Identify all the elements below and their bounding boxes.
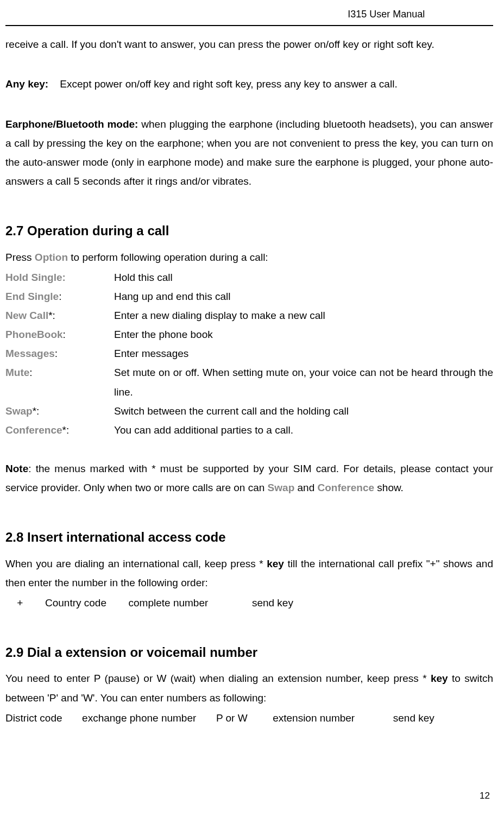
paragraph-earphone-mode: Earphone/Bluetooth mode: when plugging t…: [5, 115, 493, 191]
messages-colon: :: [55, 348, 58, 359]
seq-plus: +: [17, 597, 23, 609]
option-conference: Conference*: You can add additional part…: [5, 421, 493, 440]
conf-star: *:: [62, 424, 70, 436]
paragraph-any-key: Any key: Except power on/off key and rig…: [5, 74, 493, 93]
sec29-pre: You need to enter P (pause) or W (wait) …: [5, 673, 431, 684]
option-mute: Mute: Set mute on or off. When setting m…: [5, 363, 493, 401]
newcall-star: *:: [48, 310, 55, 321]
note-text-2: show.: [374, 482, 404, 493]
messages-desc: Enter messages: [114, 344, 493, 363]
section-2-8-heading: 2.8 Insert international access code: [5, 525, 493, 549]
seq2-district-code: District code: [5, 712, 62, 724]
note-and: and: [294, 482, 317, 493]
seq2-extension-number: extension number: [273, 712, 355, 724]
sec28-key-bold: key: [267, 558, 284, 569]
section-2-7-heading: 2.7 Operation during a call: [5, 219, 493, 243]
note-swap-keyword: Swap: [268, 482, 295, 493]
option-new-call: New Call*: Enter a new dialing display t…: [5, 306, 493, 325]
conf-label: Conference: [5, 424, 62, 436]
phonebook-desc: Enter the phone book: [114, 325, 493, 344]
sec29-key-bold: key: [431, 673, 448, 684]
end-label: End Single: [5, 291, 59, 302]
end-colon: :: [59, 291, 61, 302]
note-label: Note: [5, 463, 28, 474]
swap-label: Swap: [5, 405, 33, 417]
paragraph-receive-call: receive a call. If you don't want to ans…: [5, 35, 493, 54]
swap-desc: Switch between the current call and the …: [114, 402, 493, 421]
section-2-8-sequence: + Country code complete number send key: [5, 593, 493, 612]
note-conference-keyword: Conference: [318, 482, 375, 493]
section-2-9-paragraph: You need to enter P (pause) or W (wait) …: [5, 669, 493, 707]
intro-post: to perform following operation during a …: [68, 252, 268, 263]
option-messages: Messages: Enter messages: [5, 344, 493, 363]
swap-star: *:: [33, 405, 40, 417]
hold-desc: Hold this call: [114, 268, 493, 287]
any-key-text: Except power on/off key and right soft k…: [60, 78, 397, 90]
seq2-exchange-number: exchange phone number: [82, 712, 196, 724]
option-hold-single: Hold Single: Hold this call: [5, 268, 493, 287]
intro-pre: Press: [5, 252, 35, 263]
intro-option-keyword: Option: [35, 252, 68, 263]
sec28-pre: When you are dialing an international ca…: [5, 558, 267, 569]
newcall-desc: Enter a new dialing display to make a ne…: [114, 306, 493, 325]
mute-label: Mute: [5, 367, 29, 378]
section-2-7-intro: Press Option to perform following operat…: [5, 248, 493, 267]
seq-complete-number: complete number: [129, 597, 209, 609]
messages-label: Messages: [5, 348, 55, 359]
seq2-p-or-w: P or W: [216, 712, 248, 724]
option-phonebook: PhoneBook: Enter the phone book: [5, 325, 493, 344]
seq-country-code: Country code: [45, 597, 106, 609]
section-2-9-sequence: District code exchange phone number P or…: [5, 708, 493, 727]
seq-send-key: send key: [252, 597, 293, 609]
page-header: I315 User Manual: [5, 5, 493, 26]
page-number: 12: [5, 787, 493, 804]
note-text-1: : the menus marked with * must be suppor…: [5, 463, 493, 493]
mute-colon: :: [29, 367, 32, 378]
end-desc: Hang up and end this call: [114, 287, 493, 306]
newcall-label: New Call: [5, 310, 48, 321]
any-key-label: Any key:: [5, 78, 48, 90]
seq2-send-key: send key: [393, 712, 434, 724]
mute-desc: Set mute on or off. When setting mute on…: [114, 363, 493, 401]
section-2-8-paragraph: When you are dialing an international ca…: [5, 554, 493, 592]
phonebook-label: PhoneBook: [5, 329, 63, 340]
hold-label: Hold Single:: [5, 272, 66, 283]
phonebook-colon: :: [63, 329, 66, 340]
option-swap: Swap*: Switch between the current call a…: [5, 402, 493, 421]
section-2-9-heading: 2.9 Dial a extension or voicemail number: [5, 641, 493, 664]
earphone-label: Earphone/Bluetooth mode:: [5, 118, 138, 130]
note-paragraph: Note: the menus marked with * must be su…: [5, 459, 493, 497]
conf-desc: You can add additional parties to a call…: [114, 421, 493, 440]
option-end-single: End Single: Hang up and end this call: [5, 287, 493, 306]
